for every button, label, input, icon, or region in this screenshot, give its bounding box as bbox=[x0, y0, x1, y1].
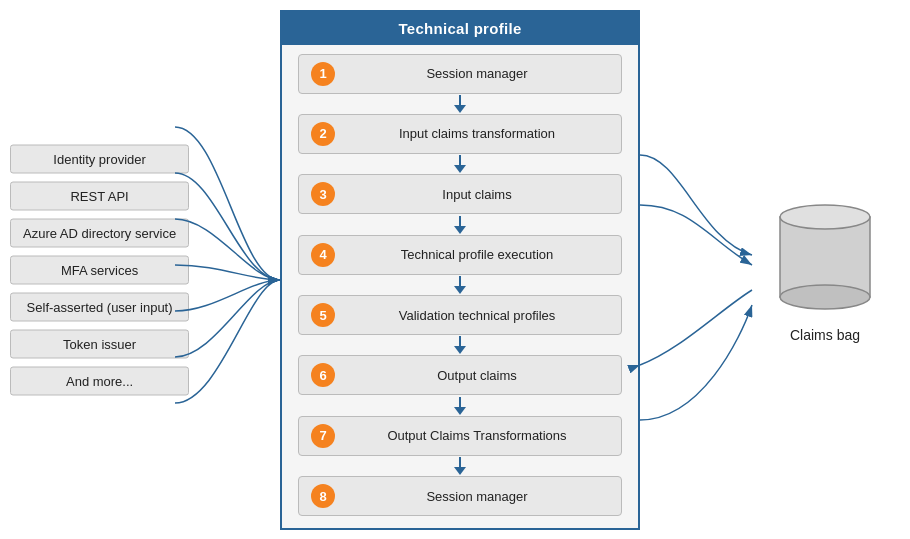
left-panel: Identity provider REST API Azure AD dire… bbox=[10, 144, 189, 395]
step-number-6: 6 bbox=[311, 363, 335, 387]
svg-point-15 bbox=[780, 285, 870, 309]
step-box-5: 5 Validation technical profiles bbox=[298, 295, 622, 335]
step-number-2: 2 bbox=[311, 122, 335, 146]
left-box-identity-provider: Identity provider bbox=[10, 144, 189, 173]
step-box-8: 8 Session manager bbox=[298, 476, 622, 516]
svg-point-16 bbox=[780, 205, 870, 229]
step-number-3: 3 bbox=[311, 182, 335, 206]
svg-marker-9 bbox=[454, 346, 466, 354]
step-box-7: 7 Output Claims Transformations bbox=[298, 416, 622, 456]
left-box-azure-ad: Azure AD directory service bbox=[10, 218, 189, 247]
step-row-7: 7 Output Claims Transformations bbox=[298, 416, 622, 456]
step-box-6: 6 Output claims bbox=[298, 355, 622, 395]
step-label-8: Session manager bbox=[345, 489, 609, 504]
step-row-1: 1 Session manager bbox=[298, 54, 622, 94]
step-label-2: Input claims transformation bbox=[345, 126, 609, 141]
step-label-7: Output Claims Transformations bbox=[345, 428, 609, 443]
step-label-3: Input claims bbox=[345, 187, 609, 202]
step-box-2: 2 Input claims transformation bbox=[298, 114, 622, 154]
step-number-1: 1 bbox=[311, 62, 335, 86]
arrow-3-4 bbox=[298, 216, 622, 234]
technical-profile-panel: Technical profile 1 Session manager 2 In… bbox=[280, 10, 640, 530]
left-box-self-asserted: Self-asserted (user input) bbox=[10, 292, 189, 321]
arrow-6-7 bbox=[298, 397, 622, 415]
claims-bag-label: Claims bag bbox=[790, 327, 860, 343]
panel-header: Technical profile bbox=[282, 12, 638, 45]
arrow-2-3 bbox=[298, 155, 622, 173]
step-label-1: Session manager bbox=[345, 66, 609, 81]
step-row-2: 2 Input claims transformation bbox=[298, 114, 622, 154]
step-number-8: 8 bbox=[311, 484, 335, 508]
arrow-7-8 bbox=[298, 457, 622, 475]
step-label-5: Validation technical profiles bbox=[345, 308, 609, 323]
arrow-4-5 bbox=[298, 276, 622, 294]
step-row-6: 6 Output claims bbox=[298, 355, 622, 395]
step-box-1: 1 Session manager bbox=[298, 54, 622, 94]
step-row-3: 3 Input claims bbox=[298, 174, 622, 214]
claims-bag-cylinder: Claims bag bbox=[770, 197, 880, 343]
arrow-5-6 bbox=[298, 336, 622, 354]
left-box-and-more: And more... bbox=[10, 366, 189, 395]
svg-marker-5 bbox=[454, 226, 466, 234]
arrow-1-2 bbox=[298, 95, 622, 113]
svg-marker-7 bbox=[454, 286, 466, 294]
svg-marker-11 bbox=[454, 407, 466, 415]
step-number-4: 4 bbox=[311, 243, 335, 267]
svg-marker-3 bbox=[454, 165, 466, 173]
step-row-5: 5 Validation technical profiles bbox=[298, 295, 622, 335]
cylinder-svg bbox=[770, 197, 880, 317]
step-row-4: 4 Technical profile execution bbox=[298, 235, 622, 275]
right-panel: Claims bag bbox=[770, 197, 880, 343]
left-box-mfa: MFA services bbox=[10, 255, 189, 284]
step-row-8: 8 Session manager bbox=[298, 476, 622, 516]
step-label-6: Output claims bbox=[345, 368, 609, 383]
step-number-5: 5 bbox=[311, 303, 335, 327]
svg-marker-13 bbox=[454, 467, 466, 475]
step-box-4: 4 Technical profile execution bbox=[298, 235, 622, 275]
panel-body: 1 Session manager 2 Input claims transfo… bbox=[282, 45, 638, 525]
left-box-token-issuer: Token issuer bbox=[10, 329, 189, 358]
step-box-3: 3 Input claims bbox=[298, 174, 622, 214]
step-number-7: 7 bbox=[311, 424, 335, 448]
step-label-4: Technical profile execution bbox=[345, 247, 609, 262]
svg-marker-1 bbox=[454, 105, 466, 113]
left-box-rest-api: REST API bbox=[10, 181, 189, 210]
diagram: Identity provider REST API Azure AD dire… bbox=[0, 0, 910, 539]
